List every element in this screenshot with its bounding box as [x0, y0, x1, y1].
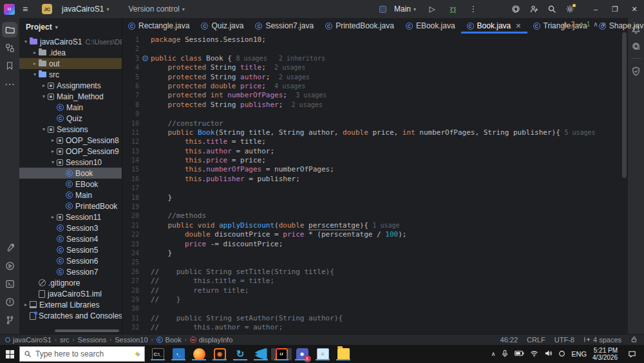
- tree-item-session6[interactable]: CSession6: [19, 255, 122, 266]
- cmd-icon[interactable]: C:\_: [147, 348, 168, 360]
- commit-tool-icon[interactable]: [2, 40, 17, 55]
- tray-expand-icon[interactable]: ∧: [491, 351, 496, 357]
- search-input[interactable]: [35, 349, 130, 358]
- tree-item-main-method[interactable]: ▾Main_Method: [19, 91, 122, 102]
- main-menu-button[interactable]: ≡: [17, 2, 33, 16]
- tree-item-assignments[interactable]: ▸Assignments: [19, 80, 122, 91]
- code-with-me-icon[interactable]: [526, 2, 542, 16]
- horizontal-scrollbar[interactable]: [55, 329, 119, 332]
- tree-item-session3[interactable]: CSession3: [19, 222, 122, 233]
- tree-item-main[interactable]: CMain: [19, 102, 122, 113]
- explorer-icon[interactable]: [333, 348, 354, 360]
- vcs-menu[interactable]: Version control ▾: [124, 3, 188, 15]
- blue-app-icon[interactable]: ↻: [230, 348, 251, 360]
- tree-item-session5[interactable]: CSession5: [19, 244, 122, 255]
- vscode-icon[interactable]: [251, 348, 271, 360]
- volume-icon[interactable]: [544, 349, 553, 358]
- teams-icon[interactable]: ☻1: [292, 348, 312, 360]
- tree-item-scratches-and-consoles[interactable]: Scratches and Consoles: [19, 310, 122, 321]
- language-indicator[interactable]: ENG: [571, 350, 587, 358]
- inspections-widget[interactable]: ⚠ 2 ✔ 1 ∧ ∨: [562, 21, 606, 28]
- chevron-right-icon[interactable]: ▸: [40, 83, 48, 88]
- breadcrumb-item-src[interactable]: src: [60, 336, 70, 344]
- intellij-icon[interactable]: IJ: [271, 348, 292, 360]
- orange-app-icon[interactable]: ◉: [209, 348, 230, 360]
- tree-item-session11[interactable]: ▸Session11: [19, 211, 122, 222]
- run-button[interactable]: ▷: [424, 2, 440, 16]
- terminal-tool-icon[interactable]: [2, 276, 17, 291]
- chevron-down-icon[interactable]: ▾: [55, 25, 58, 30]
- settings-gear-icon[interactable]: [562, 2, 578, 16]
- tab-ebook-java[interactable]: CEBook.java: [400, 18, 461, 34]
- breadcrumb-item-displayinfo[interactable]: mdisplayInfo: [190, 336, 233, 344]
- action-center-icon[interactable]: [623, 350, 640, 358]
- tree-item-javacairos1[interactable]: ▾javaCairoS1C:\Users\DELL\JA: [19, 36, 122, 47]
- build-tool-icon[interactable]: [2, 240, 17, 255]
- tree-item-oop-session8[interactable]: ▸OOP_Session8: [19, 135, 122, 146]
- run-config-selector[interactable]: Main ▾: [390, 3, 420, 15]
- indent-setting[interactable]: 4 spaces: [583, 336, 621, 344]
- search-everywhere-icon[interactable]: [544, 2, 560, 16]
- bookmarks-tool-icon[interactable]: [2, 58, 17, 74]
- project-tool-icon[interactable]: [2, 22, 17, 37]
- prev-problem-icon[interactable]: ∧: [593, 21, 598, 28]
- services-tool-icon[interactable]: [2, 258, 17, 273]
- inheritors-gutter-icon[interactable]: [142, 55, 148, 61]
- tree-item-quiz[interactable]: CQuiz: [19, 113, 122, 124]
- tree-item-javacairos1-iml[interactable]: javaCairoS1.iml: [19, 288, 122, 299]
- tree-item-book[interactable]: CBook: [19, 168, 122, 179]
- chevron-down-icon[interactable]: ▾: [22, 39, 30, 44]
- tree-item-session7[interactable]: CSession7: [19, 266, 122, 277]
- tab-quiz-java[interactable]: CQuiz.java: [195, 18, 249, 34]
- firefox-icon[interactable]: [189, 348, 209, 360]
- tree-item--idea[interactable]: ▸.idea: [19, 47, 122, 58]
- breadcrumb-item-book[interactable]: CBook: [156, 336, 182, 344]
- start-button[interactable]: [0, 345, 19, 363]
- chevron-right-icon[interactable]: ▸: [49, 148, 57, 154]
- file-encoding[interactable]: UTF-8: [554, 336, 574, 344]
- tab-printedbook-java[interactable]: CPrintedBook.java: [319, 18, 400, 34]
- tree-item-main[interactable]: CMain: [19, 190, 122, 201]
- more-tools-icon[interactable]: ⋯: [2, 76, 17, 92]
- close-icon[interactable]: ✕: [515, 22, 521, 30]
- version-control-tool-icon[interactable]: [2, 312, 17, 328]
- problems-tool-icon[interactable]: [2, 294, 17, 309]
- powershell-icon[interactable]: ›_: [168, 348, 189, 360]
- tree-item-printedbook[interactable]: CPrintedBook: [19, 201, 122, 211]
- code-editor[interactable]: 1package Sessions.Session10;23public cla…: [122, 34, 628, 334]
- tree-item-sessions[interactable]: ▾Sessions: [19, 124, 122, 135]
- debug-button[interactable]: [444, 2, 461, 16]
- learn-shield-icon[interactable]: [629, 64, 643, 78]
- chevron-down-icon[interactable]: ▾: [31, 72, 39, 77]
- project-selector[interactable]: javaCairoS1 ▾: [58, 3, 113, 15]
- battery-icon[interactable]: [515, 350, 524, 358]
- line-separator[interactable]: CRLF: [527, 336, 545, 344]
- chevron-right-icon[interactable]: ▸: [31, 50, 39, 55]
- chevron-down-icon[interactable]: ▾: [40, 126, 48, 132]
- close-button[interactable]: ✕: [625, 0, 644, 18]
- clock[interactable]: 5:21 PM 4/3/2026: [592, 347, 618, 361]
- tree-item-out[interactable]: ▸out: [19, 58, 122, 69]
- tab-book-java[interactable]: CBook.java✕: [461, 18, 527, 34]
- next-problem-icon[interactable]: ∨: [601, 21, 606, 28]
- minimize-button[interactable]: –: [586, 0, 605, 18]
- tab-session7-java[interactable]: CSession7.java: [249, 18, 319, 34]
- tab-rectangle-java[interactable]: CRectangle.java: [122, 18, 195, 34]
- breadcrumb-item-javacairos1[interactable]: javaCairoS1: [5, 336, 52, 344]
- ai-assistant-tool-icon[interactable]: [629, 39, 643, 53]
- chevron-down-icon[interactable]: ▾: [49, 159, 57, 165]
- more-actions-button[interactable]: ⋮: [465, 2, 482, 16]
- chevron-right-icon[interactable]: ▸: [31, 61, 39, 66]
- taskbar-search[interactable]: ✦: [19, 346, 145, 362]
- caret-position[interactable]: 46:22: [500, 336, 518, 344]
- chevron-down-icon[interactable]: ▾: [40, 93, 48, 99]
- chevron-right-icon[interactable]: ▸: [49, 137, 57, 143]
- tree-item-oop-session9[interactable]: ▸OOP_Session9: [19, 146, 122, 157]
- chevron-right-icon[interactable]: ▸: [22, 302, 30, 308]
- tree-item--gitignore[interactable]: .gitignore: [19, 277, 122, 288]
- tree-item-session4[interactable]: CSession4: [19, 233, 122, 244]
- vertical-scrollbar[interactable]: [622, 32, 627, 178]
- tree-item-external-libraries[interactable]: ▸External Libraries: [19, 299, 122, 310]
- microphone-icon[interactable]: [501, 349, 509, 359]
- chevron-right-icon[interactable]: ▸: [49, 214, 57, 220]
